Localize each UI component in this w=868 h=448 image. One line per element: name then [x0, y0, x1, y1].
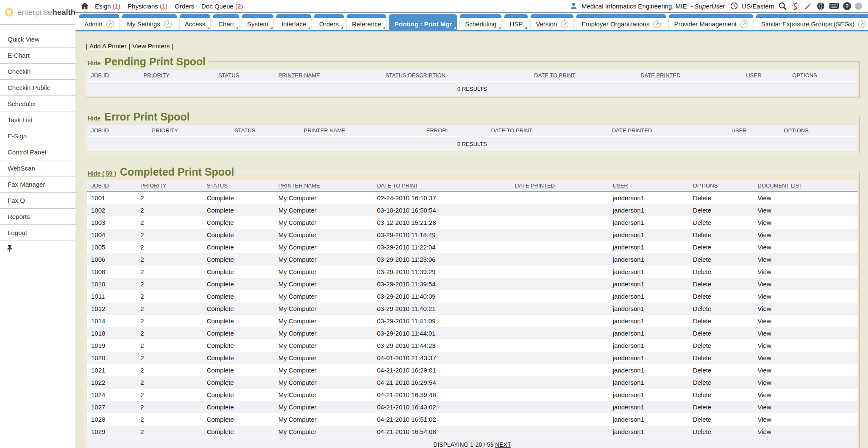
delete-link[interactable]: Delete: [689, 278, 754, 290]
broken-link-icon[interactable]: [791, 2, 800, 11]
sidebar-item-logout[interactable]: Logout: [0, 225, 75, 241]
column-header-status[interactable]: STATUS: [203, 180, 274, 192]
view-link[interactable]: View: [754, 278, 857, 290]
column-header-job-id[interactable]: JOB ID: [87, 125, 148, 137]
tab-provider-management[interactable]: Provider Management↗: [668, 14, 754, 30]
view-printers-link[interactable]: View Printers: [132, 42, 170, 50]
delete-link[interactable]: Delete: [689, 364, 754, 376]
tab-reference[interactable]: Reference: [346, 14, 387, 30]
delete-link[interactable]: Delete: [689, 266, 754, 278]
keyboard-icon[interactable]: [829, 3, 839, 9]
tab-chart[interactable]: Chart: [213, 14, 239, 30]
sidebar-item-fax-manager[interactable]: Fax Manager: [0, 176, 75, 193]
top-nav-orders[interactable]: Orders: [175, 3, 194, 10]
view-link[interactable]: View: [754, 290, 857, 302]
top-nav-doc-queue[interactable]: Doc Queue (2): [201, 3, 243, 10]
next-page-link[interactable]: NEXT: [495, 441, 511, 448]
tab-similar-exposure-groups-segs[interactable]: Similar Exposure Groups (SEGs)↗: [756, 14, 868, 30]
tab-hsp[interactable]: HSP: [504, 14, 528, 30]
home-icon[interactable]: [81, 2, 89, 10]
view-link[interactable]: View: [754, 192, 857, 204]
add-a-printer-link[interactable]: Add A Printer: [89, 42, 127, 50]
view-link[interactable]: View: [754, 253, 857, 266]
view-link[interactable]: View: [754, 229, 857, 241]
hide-error-link[interactable]: Hide: [88, 115, 100, 122]
delete-link[interactable]: Delete: [689, 327, 754, 339]
delete-link[interactable]: Delete: [689, 376, 754, 389]
sidebar-item-fax-q[interactable]: Fax Q: [0, 193, 75, 209]
column-header-status[interactable]: STATUS: [214, 70, 274, 81]
view-link[interactable]: View: [754, 216, 857, 229]
column-header-job-id[interactable]: JOB ID: [87, 70, 139, 81]
sidebar-item-e-sign[interactable]: E-Sign: [0, 128, 75, 144]
view-link[interactable]: View: [754, 302, 857, 315]
view-link[interactable]: View: [754, 352, 857, 364]
sidebar-item-scheduler[interactable]: Scheduler: [0, 96, 75, 112]
tab-scheduling[interactable]: Scheduling: [459, 14, 502, 30]
sidebar-item-checkin[interactable]: Checkin: [0, 64, 75, 80]
column-header-printer-name[interactable]: PRINTER NAME: [274, 70, 381, 81]
tab-access[interactable]: Access: [179, 14, 211, 30]
column-header-date-to-print[interactable]: DATE TO PRINT: [530, 70, 636, 81]
column-header-user[interactable]: USER: [727, 125, 780, 137]
delete-link[interactable]: Delete: [689, 241, 754, 253]
tab-system[interactable]: System: [242, 14, 274, 30]
tab-my-settings[interactable]: My Settings↗: [122, 14, 177, 30]
view-link[interactable]: View: [754, 327, 857, 339]
tab-version[interactable]: Version↗: [530, 14, 574, 30]
delete-link[interactable]: Delete: [689, 352, 754, 364]
view-link[interactable]: View: [754, 376, 857, 389]
column-header-date-to-print[interactable]: DATE TO PRINT: [373, 180, 510, 192]
delete-link[interactable]: Delete: [689, 229, 754, 241]
view-link[interactable]: View: [754, 426, 857, 438]
view-link[interactable]: View: [754, 266, 857, 278]
hide-pending-link[interactable]: Hide: [88, 60, 100, 67]
view-link[interactable]: View: [754, 413, 857, 426]
column-header-document-list[interactable]: DOCUMENT LIST: [754, 180, 857, 192]
delete-link[interactable]: Delete: [689, 426, 754, 438]
column-header-date-printed[interactable]: DATE PRINTED: [511, 180, 609, 192]
tab-admin[interactable]: Admin↗: [79, 14, 120, 30]
column-header-date-printed[interactable]: DATE PRINTED: [636, 70, 742, 81]
tab-orders[interactable]: Orders: [314, 14, 344, 30]
view-link[interactable]: View: [754, 401, 857, 413]
tab-employer-organizations[interactable]: Employer Organizations↗: [576, 14, 666, 30]
globe-icon[interactable]: [816, 2, 825, 11]
delete-link[interactable]: Delete: [689, 253, 754, 266]
column-header-user[interactable]: USER: [742, 70, 788, 81]
view-link[interactable]: View: [754, 339, 857, 352]
column-header-priority[interactable]: PRIORITY: [136, 180, 202, 192]
search-icon[interactable]: [778, 2, 787, 11]
delete-link[interactable]: Delete: [689, 339, 754, 352]
column-header-error[interactable]: ERROR: [422, 125, 487, 137]
top-nav-physicians[interactable]: Physicians (1): [128, 3, 167, 10]
sidebar-item-e-chart[interactable]: E-Chart: [0, 48, 75, 64]
tab-interface[interactable]: Interface: [276, 14, 312, 30]
view-link[interactable]: View: [754, 204, 857, 216]
wand-icon[interactable]: [804, 2, 812, 11]
sidebar-item-checkin-public[interactable]: Checkin-Public: [0, 80, 75, 96]
delete-link[interactable]: Delete: [689, 192, 754, 204]
view-link[interactable]: View: [754, 364, 857, 376]
hide-completed-link[interactable]: Hide ( 59 ): [88, 170, 116, 177]
column-header-status[interactable]: STATUS: [230, 125, 300, 137]
delete-link[interactable]: Delete: [689, 290, 754, 302]
view-link[interactable]: View: [754, 389, 857, 401]
delete-link[interactable]: Delete: [689, 401, 754, 413]
delete-link[interactable]: Delete: [689, 315, 754, 327]
column-header-status-description[interactable]: STATUS DESCRIPTION: [381, 70, 530, 81]
sidebar-item-quick-view[interactable]: Quick View: [0, 31, 75, 48]
delete-link[interactable]: Delete: [689, 413, 754, 426]
column-header-priority[interactable]: PRIORITY: [139, 70, 214, 81]
delete-link[interactable]: Delete: [689, 302, 754, 315]
column-header-user[interactable]: USER: [609, 180, 689, 192]
delete-link[interactable]: Delete: [689, 389, 754, 401]
view-link[interactable]: View: [754, 241, 857, 253]
column-header-priority[interactable]: PRIORITY: [148, 125, 231, 137]
top-nav-esign[interactable]: Esign (1): [95, 3, 120, 10]
sidebar-item-task-list[interactable]: Task List: [0, 112, 75, 128]
tab-printing-print-mgr[interactable]: Printing : Print Mgr: [389, 14, 457, 30]
column-header-date-to-print[interactable]: DATE TO PRINT: [487, 125, 607, 137]
view-link[interactable]: View: [754, 315, 857, 327]
pin-sidebar-button[interactable]: [0, 241, 75, 257]
